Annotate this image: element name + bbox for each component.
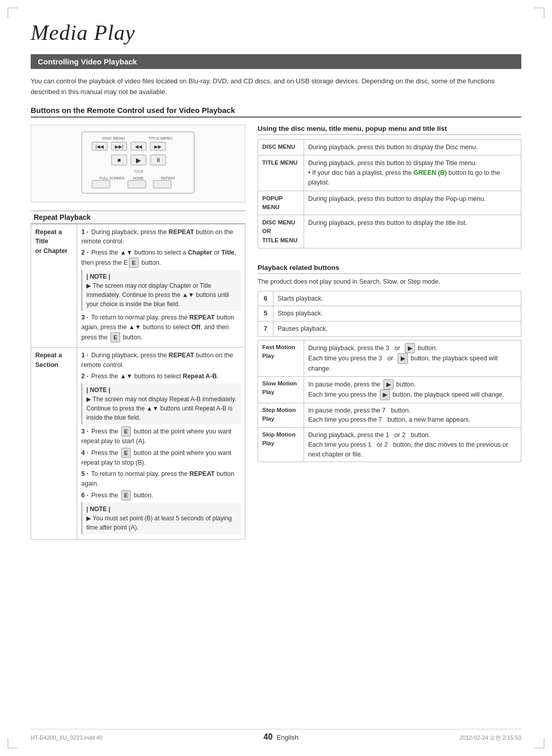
svg-rect-21 [92,180,110,188]
section-step-6: 6 · Press the E button. [81,490,241,501]
intro-text: You can control the playback of video fi… [31,76,521,98]
disc-title-row: DISC MENU orTITLE MENU During playback, … [258,215,521,248]
repeat-section-content: 1 · During playback, press the REPEAT bu… [77,348,245,540]
svg-rect-23 [153,180,171,188]
pb-text-7: Pauses playback. [273,322,521,337]
section-step-3: 3 · Press the E button at the point wher… [81,426,241,446]
disc-menu-text: During playback, press this button to di… [304,139,521,155]
pb-skip-motion: Skip MotionPlay During playback, press t… [258,428,521,462]
svg-text:HOME: HOME [133,176,144,180]
pb-slow-motion: Slow MotionPlay In pause mode, press the… [258,376,521,403]
corner-br [534,738,544,748]
section-header: Controlling Video Playback [31,54,521,69]
svg-text:⏸: ⏸ [155,157,161,163]
fast-motion-text: During playback, press the 3 or ▶ button… [304,340,521,376]
corner-tr [534,8,544,18]
page-lang: English [277,734,298,741]
slow-motion-label: Slow MotionPlay [258,376,304,403]
section-step-5: 5 · To return to normal play, press the … [81,469,241,489]
disc-menu-label: DISC MENU [258,139,304,155]
footer-file-text: HT-E4200_XU_0223.indd 40 [31,735,103,741]
svg-text:TITLE: TITLE [133,170,143,173]
repeat-title-row: Repeat a Titleor Chapter 1 · During play… [31,224,245,348]
note-block-2: | NOTE | ▶ The screen may not display Re… [81,383,241,424]
pb-fast-motion: Fast MotionPlay During playback, press t… [258,340,521,376]
repeat-title-label: Repeat a Titleor Chapter [31,224,77,348]
repeat-section-steps: 1 · During playback, press the REPEAT bu… [81,351,241,381]
corner-tl [8,8,18,18]
svg-text:■: ■ [118,157,121,163]
section-step-1: 1 · During playback, press the REPEAT bu… [81,351,241,370]
page-title: Media Play [31,20,521,45]
remote-image-container: DISC MENU TITLE MENU |◀◀ ▶▶| ◀◀ ▶▶ ■ ▶ [31,125,245,202]
popup-menu-label: POPUP MENU [258,191,304,215]
svg-text:FULL SCREEN: FULL SCREEN [100,176,124,180]
section-step-2: 2 · Press the ▲▼ buttons to select Repea… [81,372,241,381]
pb-simple-table: 6 Starts playback. 5 Stops playback. 7 P… [258,291,521,337]
step-1: 1 · During playback, press the REPEAT bu… [81,227,241,247]
fast-motion-label: Fast MotionPlay [258,340,304,376]
repeat-section-row: Repeat aSection 1 · During playback, pre… [31,348,245,540]
note-block-3: | NOTE | ▶ You must set point (B) at lea… [81,502,241,534]
disc-menu-subtitle: Using the disc menu, title menu, popup m… [258,125,521,135]
pb-row-7: 7 Pauses playback. [258,322,521,337]
disc-title-text: During playback, press this button to di… [304,215,521,248]
repeat-title-steps: 1 · During playback, press the REPEAT bu… [81,227,241,268]
page: Media Play Controlling Video Playback Yo… [0,0,552,756]
popup-menu-text: During playback, press this button to di… [304,191,521,215]
page-number: 40 [264,732,273,742]
slow-motion-text: In pause mode, press the ▶ button. Each … [304,376,521,403]
buttons-subtitle: Buttons on the Remote Control used for V… [31,106,521,118]
skip-motion-text: During playback, press the 1 or 2 button… [304,428,521,462]
disc-menu-subtitle-text: Using the disc menu, title menu, popup m… [258,125,447,132]
svg-rect-22 [128,180,146,188]
repeat-playback-label: Repeat Playback [31,211,245,224]
pb-text-6: Starts playback. [273,291,521,306]
pb-num-7: 7 [258,322,273,337]
main-content: DISC MENU TITLE MENU |◀◀ ▶▶| ◀◀ ▶▶ ■ ▶ [31,125,521,540]
svg-text:▶▶|: ▶▶| [115,144,123,149]
disc-title-label: DISC MENU orTITLE MENU [258,215,304,248]
step-motion-text: In pause mode, press the 7 button. Each … [304,403,521,428]
svg-text:|◀◀: |◀◀ [96,144,104,149]
footer-date: 2012-02-24 오전 2:15:53 [459,732,521,742]
note-block-1: | NOTE | ▶ The screen may not display Ch… [81,270,241,311]
disc-menu-table: DISC MENU During playback, press this bu… [258,139,521,248]
svg-text:REPEAT: REPEAT [161,176,175,180]
repeat-title-label-text: Repeat a Titleor Chapter [35,228,67,255]
title-menu-label: TITLE MENU [258,155,304,191]
title-menu-text: During playback, press this button to di… [304,155,521,191]
right-column: Using the disc menu, title menu, popup m… [258,125,521,540]
repeat-section-label: Repeat aSection [31,348,77,540]
pb-row-6: 6 Starts playback. [258,291,521,306]
svg-text:◀◀: ◀◀ [135,144,142,149]
svg-text:▶: ▶ [136,156,141,164]
pb-num-5: 5 [258,306,273,322]
footer-date-text: 2012-02-24 오전 2:15:53 [459,735,521,741]
footer-file: HT-E4200_XU_0223.indd 40 [31,732,103,742]
popup-menu-row: POPUP MENU During playback, press this b… [258,191,521,215]
skip-motion-label: Skip MotionPlay [258,428,304,462]
playback-related-note: The product does not play sound in Searc… [258,277,521,287]
remote-control-svg: DISC MENU TITLE MENU |◀◀ ▶▶| ◀◀ ▶▶ ■ ▶ [77,129,199,196]
svg-text:TITLE MENU: TITLE MENU [148,136,173,141]
page-number-block: 40 English [264,732,298,742]
step-3: 3 · To return to normal play, press the … [81,313,241,342]
step-2: 2 · Press the ▲▼ buttons to select a Cha… [81,248,241,268]
disc-menu-row: DISC MENU During playback, press this bu… [258,139,521,155]
pb-text-5: Stops playback. [273,306,521,322]
pb-num-6: 6 [258,291,273,306]
repeat-title-steps2: 3 · To return to normal play, press the … [81,313,241,342]
section-step-4: 4 · Press the E button at the point wher… [81,448,241,468]
svg-text:DISC MENU: DISC MENU [102,136,125,141]
repeat-table: Repeat a Titleor Chapter 1 · During play… [31,224,245,540]
repeat-title-content: 1 · During playback, press the REPEAT bu… [77,224,245,348]
svg-text:▶▶: ▶▶ [154,144,162,149]
page-footer: HT-E4200_XU_0223.indd 40 40 English 2012… [31,729,521,742]
repeat-section-steps2: 3 · Press the E button at the point wher… [81,426,241,501]
pb-row-5: 5 Stops playback. [258,306,521,322]
title-menu-row: TITLE MENU During playback, press this b… [258,155,521,191]
corner-bl [8,738,18,748]
pb-complex-table: Fast MotionPlay During playback, press t… [258,340,521,463]
step-motion-label: Step MotionPlay [258,403,304,428]
